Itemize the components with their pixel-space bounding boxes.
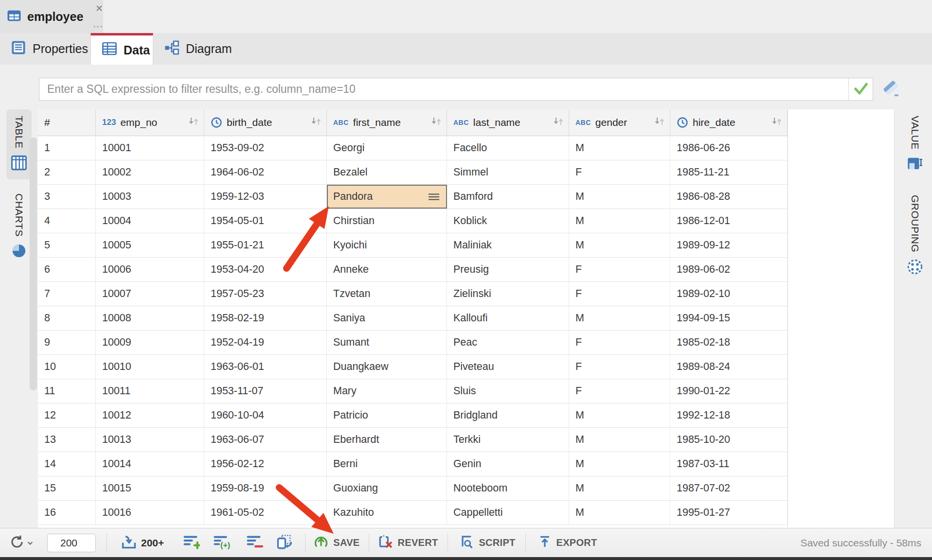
cell-first_name[interactable]: Eberhardt (327, 428, 447, 452)
column-header-emp_no[interactable]: 123emp_no (96, 109, 204, 136)
cell-birth_date[interactable]: 1952-04-19 (204, 331, 327, 354)
cell-last_name[interactable]: Sluis (447, 379, 569, 403)
cell-hire_date[interactable]: 1987-03-11 (670, 452, 788, 476)
cell-first_name[interactable]: Mary (327, 379, 447, 403)
cell-emp_no[interactable]: 10002 (96, 160, 204, 184)
cell-birth_date[interactable]: 1959-12-03 (204, 185, 327, 209)
row-number-cell[interactable]: 13 (38, 428, 96, 452)
cell-last_name[interactable]: Bamford (447, 185, 569, 209)
cell-last_name[interactable]: Terkki (447, 428, 569, 452)
cell-hire_date[interactable]: 1994-09-15 (670, 306, 788, 330)
cell-hire_date[interactable]: 1989-09-12 (670, 233, 788, 257)
column-header-row-number[interactable]: # (38, 109, 96, 136)
panel-tab-grouping[interactable]: GROUPING (902, 189, 928, 283)
cell-first_name[interactable]: Georgi (327, 136, 447, 160)
cell-last_name[interactable]: Simmel (447, 160, 569, 184)
sort-icon[interactable] (553, 117, 564, 128)
column-header-last_name[interactable]: ABClast_name (447, 109, 569, 136)
tab-properties[interactable]: Properties (0, 33, 99, 65)
revert-button[interactable]: REVERT (378, 534, 438, 552)
cell-last_name[interactable]: Nooteboom (447, 476, 569, 500)
apply-filter-button[interactable] (848, 78, 873, 100)
cell-emp_no[interactable]: 10010 (96, 355, 204, 379)
cell-hire_date[interactable]: 1995-01-27 (670, 501, 788, 525)
row-number-cell[interactable]: 10 (38, 355, 96, 379)
panel-tab-table[interactable]: TABLE (6, 109, 32, 179)
cell-emp_no[interactable]: 10007 (96, 282, 204, 306)
cell-hire_date[interactable]: 1985-10-20 (670, 428, 788, 452)
column-header-birth_date[interactable]: birth_date (204, 109, 327, 136)
cell-gender[interactable]: M (569, 136, 670, 160)
cell-hire_date[interactable]: 1986-08-28 (670, 185, 788, 209)
cell-hire_date[interactable]: 1990-01-22 (670, 379, 788, 403)
cell-first_name[interactable]: Duangkaew (327, 355, 447, 379)
row-number-cell[interactable]: 7 (38, 282, 96, 306)
cell-first_name[interactable]: Sumant (327, 331, 447, 354)
row-number-cell[interactable]: 9 (38, 331, 96, 354)
cell-birth_date[interactable]: 1955-01-21 (204, 233, 327, 257)
tab-diagram[interactable]: Diagram (153, 33, 242, 65)
close-icon[interactable] (94, 3, 105, 14)
grid-vertical-scrollbar[interactable] (30, 138, 37, 390)
cell-gender[interactable]: F (569, 379, 670, 403)
cell-last_name[interactable]: Peac (447, 331, 569, 354)
sql-filter-input[interactable] (39, 78, 848, 100)
sort-icon[interactable] (430, 117, 442, 128)
cell-first_name[interactable]: Berni (327, 452, 447, 476)
cell-birth_date[interactable]: 1957-05-23 (204, 282, 327, 306)
cell-birth_date[interactable]: 1961-05-02 (204, 501, 327, 525)
cell-last_name[interactable]: Facello (447, 136, 569, 160)
row-number-cell[interactable]: 3 (38, 185, 96, 209)
cell-emp_no[interactable]: 10008 (96, 306, 204, 330)
paste-cell-button[interactable] (276, 534, 293, 552)
sort-icon[interactable] (188, 117, 199, 128)
row-number-cell[interactable]: 8 (38, 306, 96, 330)
cell-emp_no[interactable]: 10012 (96, 403, 204, 427)
row-number-cell[interactable]: 14 (38, 452, 96, 476)
row-number-cell[interactable]: 5 (38, 233, 96, 257)
cell-gender[interactable]: F (569, 331, 670, 354)
cell-birth_date[interactable]: 1960-10-04 (204, 403, 327, 427)
cell-first_name[interactable]: Kazuhito (327, 501, 447, 525)
cell-last_name[interactable]: Bridgland (447, 403, 569, 427)
cell-first_name[interactable]: Tzvetan (327, 282, 447, 306)
cell-emp_no[interactable]: 10014 (96, 452, 204, 476)
tab-overflow-icon[interactable]: ... (93, 21, 106, 30)
cell-last_name[interactable]: Piveteau (447, 355, 569, 379)
cell-first_name[interactable]: Bezalel (327, 160, 447, 184)
cell-emp_no[interactable]: 10004 (96, 209, 204, 233)
cell-gender[interactable]: M (569, 185, 670, 209)
cell-gender[interactable]: M (569, 209, 670, 233)
fetch-size-input[interactable] (47, 534, 96, 552)
cell-emp_no[interactable]: 10005 (96, 233, 204, 257)
clear-filter-button[interactable] (881, 81, 901, 98)
cell-birth_date[interactable]: 1953-11-07 (204, 379, 327, 403)
cell-menu-icon[interactable] (428, 192, 440, 201)
row-number-cell[interactable]: 16 (38, 501, 96, 525)
cell-gender[interactable]: F (569, 258, 670, 281)
cell-last_name[interactable]: Genin (447, 452, 569, 476)
cell-hire_date[interactable]: 1985-02-18 (670, 331, 788, 354)
cell-gender[interactable]: M (569, 403, 670, 427)
cell-first_name[interactable]: Kyoichi (327, 233, 447, 257)
cell-gender[interactable]: F (569, 160, 670, 184)
cell-hire_date[interactable]: 1986-06-26 (670, 136, 788, 160)
cell-first_name[interactable]: Anneke (327, 258, 447, 281)
cell-hire_date[interactable]: 1992-12-18 (670, 403, 788, 427)
cell-gender[interactable]: F (569, 282, 670, 306)
cell-gender[interactable]: M (569, 476, 670, 500)
cell-first_name[interactable]: Chirstian (327, 209, 447, 233)
cell-birth_date[interactable]: 1958-02-19 (204, 306, 327, 330)
cell-emp_no[interactable]: 10016 (96, 501, 204, 525)
cell-hire_date[interactable]: 1985-11-21 (670, 160, 788, 184)
cell-emp_no[interactable]: 10011 (96, 379, 204, 403)
row-number-cell[interactable]: 1 (38, 136, 96, 160)
export-button[interactable]: EXPORT (538, 534, 597, 551)
duplicate-row-button[interactable]: (+) (213, 534, 231, 552)
cell-last_name[interactable]: Preusig (447, 258, 569, 281)
row-number-cell[interactable]: 6 (38, 258, 96, 281)
cell-emp_no[interactable]: 10009 (96, 331, 204, 354)
cell-birth_date[interactable]: 1953-09-02 (204, 136, 327, 160)
cell-emp_no[interactable]: 10013 (96, 428, 204, 452)
cell-first_name[interactable]: Saniya (327, 306, 447, 330)
